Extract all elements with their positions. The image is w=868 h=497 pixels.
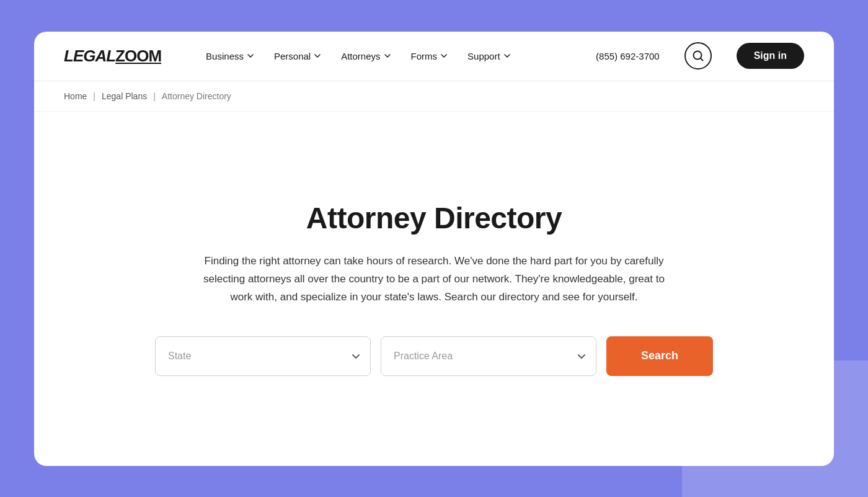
state-select-wrapper: State Alabama Alaska Arizona Arkansas Ca…: [155, 336, 371, 376]
practice-area-select-wrapper: Practice Area Business Law Estate Planni…: [381, 336, 596, 376]
search-section: State Alabama Alaska Arizona Arkansas Ca…: [155, 336, 713, 376]
main-nav: Business Personal Attorneys Forms: [198, 46, 566, 66]
nav-item-attorneys[interactable]: Attorneys: [334, 46, 398, 66]
main-content: Attorney Directory Finding the right att…: [34, 112, 834, 466]
search-icon: [692, 50, 704, 62]
breadcrumb-separator-2: |: [153, 91, 156, 101]
logo-legal: LEGAL: [64, 47, 115, 66]
search-button[interactable]: Search: [606, 336, 713, 376]
nav-item-forms[interactable]: Forms: [404, 46, 456, 66]
chevron-down-icon: [247, 52, 254, 60]
chevron-down-icon: [384, 52, 391, 60]
nav-item-personal[interactable]: Personal: [267, 46, 329, 66]
chevron-down-icon: [503, 52, 511, 60]
breadcrumb-current: Attorney Directory: [162, 91, 231, 101]
logo-zoom: ZOOM: [115, 47, 161, 66]
page-title: Attorney Directory: [306, 201, 562, 235]
practice-area-select[interactable]: Practice Area Business Law Estate Planni…: [381, 336, 596, 376]
breadcrumb-legal-plans[interactable]: Legal Plans: [102, 91, 147, 101]
logo[interactable]: LEGALZOOM: [64, 47, 161, 66]
phone-number[interactable]: (855) 692-3700: [596, 51, 660, 61]
breadcrumb-home[interactable]: Home: [64, 91, 87, 101]
chevron-down-icon: [314, 52, 321, 60]
page-description: Finding the right attorney can take hour…: [198, 253, 670, 307]
page-wrapper: LEGALZOOM Business Personal Attorneys: [34, 32, 834, 466]
nav-item-support[interactable]: Support: [460, 46, 518, 66]
state-select[interactable]: State Alabama Alaska Arizona Arkansas Ca…: [155, 336, 371, 376]
breadcrumb: Home | Legal Plans | Attorney Directory: [34, 81, 834, 112]
header: LEGALZOOM Business Personal Attorneys: [34, 32, 834, 81]
sign-in-button[interactable]: Sign in: [737, 43, 804, 69]
breadcrumb-separator-1: |: [93, 91, 95, 101]
header-search-button[interactable]: [684, 42, 712, 69]
chevron-down-icon: [440, 52, 448, 60]
nav-item-business[interactable]: Business: [198, 46, 262, 66]
